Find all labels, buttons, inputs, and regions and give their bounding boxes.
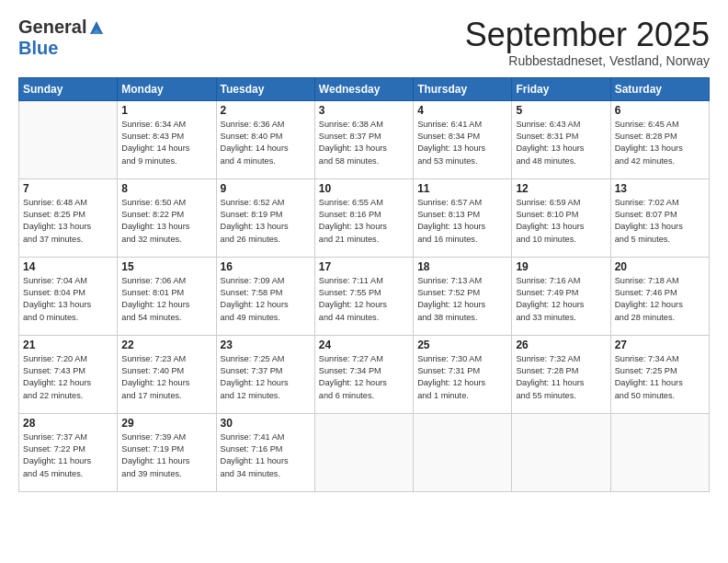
table-row: 21Sunrise: 7:20 AMSunset: 7:43 PMDayligh… <box>19 335 118 413</box>
day-number: 23 <box>221 339 311 351</box>
day-info: Sunrise: 6:50 AMSunset: 8:22 PMDaylight:… <box>121 197 211 246</box>
header: General Blue September 2025 Rubbestadnes… <box>18 17 710 68</box>
day-info: Sunrise: 7:16 AMSunset: 7:49 PMDaylight:… <box>516 275 606 324</box>
day-number: 7 <box>23 182 113 195</box>
day-number: 24 <box>319 339 409 351</box>
table-row: 11Sunrise: 6:57 AMSunset: 8:13 PMDayligh… <box>414 178 512 257</box>
table-row: 27Sunrise: 7:34 AMSunset: 7:25 PMDayligh… <box>610 335 709 413</box>
table-row: 18Sunrise: 7:13 AMSunset: 7:52 PMDayligh… <box>414 257 512 335</box>
table-row: 20Sunrise: 7:18 AMSunset: 7:46 PMDayligh… <box>610 257 709 335</box>
day-info: Sunrise: 6:55 AMSunset: 8:16 PMDaylight:… <box>319 197 409 246</box>
table-row: 12Sunrise: 6:59 AMSunset: 8:10 PMDayligh… <box>512 178 610 257</box>
month-title: September 2025 <box>465 17 710 53</box>
table-row: 13Sunrise: 7:02 AMSunset: 8:07 PMDayligh… <box>610 178 709 257</box>
day-info: Sunrise: 7:11 AMSunset: 7:55 PMDaylight:… <box>319 275 409 324</box>
day-info: Sunrise: 7:04 AMSunset: 8:04 PMDaylight:… <box>23 275 113 324</box>
day-info: Sunrise: 7:39 AMSunset: 7:19 PMDaylight:… <box>121 431 211 480</box>
day-info: Sunrise: 6:57 AMSunset: 8:13 PMDaylight:… <box>417 197 507 246</box>
day-info: Sunrise: 6:59 AMSunset: 8:10 PMDaylight:… <box>516 197 606 246</box>
day-number: 12 <box>516 182 606 195</box>
day-info: Sunrise: 6:38 AMSunset: 8:37 PMDaylight:… <box>319 119 409 167</box>
day-info: Sunrise: 7:02 AMSunset: 8:07 PMDaylight:… <box>615 197 705 246</box>
table-row: 28Sunrise: 7:37 AMSunset: 7:22 PMDayligh… <box>19 413 118 491</box>
day-number: 3 <box>319 104 409 117</box>
day-number: 30 <box>221 417 311 430</box>
table-row: 1Sunrise: 6:34 AMSunset: 8:43 PMDaylight… <box>118 100 216 178</box>
day-info: Sunrise: 7:37 AMSunset: 7:22 PMDaylight:… <box>23 431 113 480</box>
day-number: 25 <box>417 339 507 351</box>
col-friday: Friday <box>512 77 610 100</box>
day-info: Sunrise: 7:09 AMSunset: 7:58 PMDaylight:… <box>221 275 311 324</box>
day-info: Sunrise: 7:20 AMSunset: 7:43 PMDaylight:… <box>23 353 113 402</box>
day-number: 22 <box>121 339 211 351</box>
day-number: 29 <box>121 417 211 430</box>
table-row: 30Sunrise: 7:41 AMSunset: 7:16 PMDayligh… <box>216 413 314 491</box>
table-row: 17Sunrise: 7:11 AMSunset: 7:55 PMDayligh… <box>314 257 413 335</box>
table-row: 9Sunrise: 6:52 AMSunset: 8:19 PMDaylight… <box>216 178 314 257</box>
day-info: Sunrise: 7:13 AMSunset: 7:52 PMDaylight:… <box>417 275 507 324</box>
day-number: 27 <box>615 339 705 351</box>
day-info: Sunrise: 7:41 AMSunset: 7:16 PMDaylight:… <box>221 431 311 480</box>
table-row: 4Sunrise: 6:41 AMSunset: 8:34 PMDaylight… <box>414 100 512 178</box>
day-number: 13 <box>615 182 705 195</box>
day-number: 5 <box>516 104 606 117</box>
day-number: 21 <box>23 339 113 351</box>
table-row: 26Sunrise: 7:32 AMSunset: 7:28 PMDayligh… <box>512 335 610 413</box>
col-thursday: Thursday <box>414 77 512 100</box>
day-number: 20 <box>615 260 705 273</box>
day-number: 19 <box>516 260 606 273</box>
table-row <box>19 100 118 178</box>
table-row <box>512 413 610 491</box>
logo-general-text: General <box>18 17 86 38</box>
day-info: Sunrise: 6:45 AMSunset: 8:28 PMDaylight:… <box>615 119 705 167</box>
table-row: 29Sunrise: 7:39 AMSunset: 7:19 PMDayligh… <box>118 413 216 491</box>
table-row: 22Sunrise: 7:23 AMSunset: 7:40 PMDayligh… <box>118 335 216 413</box>
table-row: 15Sunrise: 7:06 AMSunset: 8:01 PMDayligh… <box>118 257 216 335</box>
day-info: Sunrise: 7:18 AMSunset: 7:46 PMDaylight:… <box>615 275 705 324</box>
title-block: September 2025 Rubbestadneset, Vestland,… <box>465 17 710 68</box>
table-row: 25Sunrise: 7:30 AMSunset: 7:31 PMDayligh… <box>414 335 512 413</box>
day-info: Sunrise: 6:43 AMSunset: 8:31 PMDaylight:… <box>516 119 606 167</box>
col-monday: Monday <box>118 77 216 100</box>
table-row <box>314 413 413 491</box>
day-number: 11 <box>417 182 507 195</box>
col-tuesday: Tuesday <box>216 77 314 100</box>
col-sunday: Sunday <box>19 77 118 100</box>
day-number: 8 <box>121 182 211 195</box>
day-number: 14 <box>23 260 113 273</box>
day-info: Sunrise: 7:27 AMSunset: 7:34 PMDaylight:… <box>319 353 409 402</box>
logo: General Blue <box>18 17 105 59</box>
day-number: 6 <box>615 104 705 117</box>
table-row: 2Sunrise: 6:36 AMSunset: 8:40 PMDaylight… <box>216 100 314 178</box>
day-info: Sunrise: 7:06 AMSunset: 8:01 PMDaylight:… <box>121 275 211 324</box>
col-saturday: Saturday <box>610 77 709 100</box>
table-row: 16Sunrise: 7:09 AMSunset: 7:58 PMDayligh… <box>216 257 314 335</box>
table-row <box>414 413 512 491</box>
table-row <box>610 413 709 491</box>
day-number: 2 <box>221 104 311 117</box>
day-number: 17 <box>319 260 409 273</box>
day-number: 16 <box>221 260 311 273</box>
table-row: 10Sunrise: 6:55 AMSunset: 8:16 PMDayligh… <box>314 178 413 257</box>
table-row: 19Sunrise: 7:16 AMSunset: 7:49 PMDayligh… <box>512 257 610 335</box>
day-number: 28 <box>23 417 113 430</box>
day-number: 26 <box>516 339 606 351</box>
day-info: Sunrise: 6:34 AMSunset: 8:43 PMDaylight:… <box>121 119 211 167</box>
day-info: Sunrise: 7:30 AMSunset: 7:31 PMDaylight:… <box>417 353 507 402</box>
table-row: 8Sunrise: 6:50 AMSunset: 8:22 PMDaylight… <box>118 178 216 257</box>
col-wednesday: Wednesday <box>314 77 413 100</box>
day-info: Sunrise: 6:36 AMSunset: 8:40 PMDaylight:… <box>221 119 311 167</box>
table-row: 24Sunrise: 7:27 AMSunset: 7:34 PMDayligh… <box>314 335 413 413</box>
day-number: 4 <box>417 104 507 117</box>
day-info: Sunrise: 7:23 AMSunset: 7:40 PMDaylight:… <box>121 353 211 402</box>
logo-icon <box>88 19 105 36</box>
day-info: Sunrise: 7:34 AMSunset: 7:25 PMDaylight:… <box>615 353 705 402</box>
day-info: Sunrise: 6:41 AMSunset: 8:34 PMDaylight:… <box>417 119 507 167</box>
calendar-header-row: Sunday Monday Tuesday Wednesday Thursday… <box>19 77 710 100</box>
table-row: 3Sunrise: 6:38 AMSunset: 8:37 PMDaylight… <box>314 100 413 178</box>
table-row: 14Sunrise: 7:04 AMSunset: 8:04 PMDayligh… <box>19 257 118 335</box>
table-row: 6Sunrise: 6:45 AMSunset: 8:28 PMDaylight… <box>610 100 709 178</box>
page: General Blue September 2025 Rubbestadnes… <box>0 0 728 563</box>
table-row: 23Sunrise: 7:25 AMSunset: 7:37 PMDayligh… <box>216 335 314 413</box>
day-info: Sunrise: 6:52 AMSunset: 8:19 PMDaylight:… <box>221 197 311 246</box>
